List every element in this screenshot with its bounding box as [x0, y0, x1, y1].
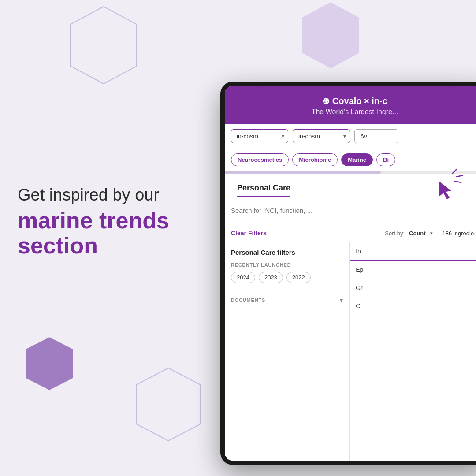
recently-launched-label: RECENTLY LAUNCHED: [231, 262, 343, 268]
result-item-3[interactable]: Gr: [350, 279, 476, 297]
filter-dropdown-3-label: Av: [360, 133, 367, 140]
svg-line-6: [454, 181, 461, 182]
sort-value: Count: [409, 230, 426, 237]
svg-line-5: [457, 175, 463, 177]
sort-chevron-icon[interactable]: ▾: [430, 231, 433, 236]
two-column-layout: Personal Care filters RECENTLY LAUNCHED …: [225, 242, 476, 461]
filter-bar: in-cosm... ▾ in-cosm... ▾ Av: [225, 124, 476, 149]
year-pills: 2024 2023 2022: [231, 272, 343, 283]
pill-microbiome[interactable]: Microbiome: [292, 153, 338, 166]
filters-panel-title: Personal Care filters: [231, 249, 343, 256]
result-item-1[interactable]: In: [350, 242, 476, 261]
pill-bi[interactable]: Bi: [376, 153, 395, 166]
year-pill-2022[interactable]: 2022: [286, 272, 311, 283]
hex-top-left: [68, 4, 139, 86]
filter-dropdown-1-arrow: ▾: [282, 133, 284, 139]
device-mockup: ⊕ Covalo × in-c The World's Largest Ingr…: [220, 82, 476, 465]
pill-marine[interactable]: Marine: [341, 153, 373, 166]
app-subtitle: The World's Largest Ingre...: [234, 108, 476, 116]
filter-dropdown-2-label: in-cosm...: [298, 133, 325, 140]
year-pill-2023[interactable]: 2023: [259, 272, 283, 283]
filter-dropdown-2-arrow: ▾: [343, 133, 346, 139]
svg-marker-7: [439, 181, 451, 199]
filter-dropdown-3[interactable]: Av: [354, 129, 398, 143]
clear-filters-button[interactable]: Clear Filters: [231, 230, 267, 237]
hex-bottom-left: [24, 335, 75, 392]
result-item-4[interactable]: Cl: [350, 297, 476, 315]
svg-marker-0: [71, 7, 137, 84]
svg-marker-2: [26, 337, 73, 390]
results-count: 186 ingredie...: [443, 230, 476, 237]
filter-dropdown-1-label: in-cosm...: [237, 133, 264, 140]
results-toolbar: Clear Filters Sort by: Count ▾ 186 ingre…: [225, 224, 476, 242]
svg-marker-1: [302, 2, 359, 68]
marine-trends-text: marine trends section: [18, 208, 207, 258]
sort-by-label: Sort by:: [385, 230, 405, 237]
left-content-area: Get inspired by our marine trends sectio…: [18, 185, 207, 258]
documents-label: DOCUMENTS: [231, 298, 265, 303]
hex-top-right: [300, 0, 361, 71]
svg-line-4: [452, 169, 457, 174]
documents-chevron-icon[interactable]: ▾: [340, 297, 343, 304]
filter-dropdown-1[interactable]: in-cosm... ▾: [231, 129, 288, 143]
search-area: Personal Care: [225, 174, 476, 197]
svg-marker-3: [136, 368, 201, 441]
device-screen: ⊕ Covalo × in-c The World's Largest Ingr…: [225, 86, 476, 461]
results-panel: In Ep Gr Cl: [350, 242, 476, 461]
documents-section: DOCUMENTS ▾: [231, 290, 343, 304]
hex-bottom-center: [134, 366, 203, 443]
main-content: Clear Filters Sort by: Count ▾ 186 ingre…: [225, 224, 476, 461]
app-header: ⊕ Covalo × in-c The World's Largest Ingr…: [225, 86, 476, 124]
cursor-icon: [426, 166, 465, 205]
filter-dropdown-2[interactable]: in-cosm... ▾: [293, 129, 350, 143]
year-pill-2024[interactable]: 2024: [231, 272, 255, 283]
filters-panel: Personal Care filters RECENTLY LAUNCHED …: [225, 242, 350, 461]
pill-neurocosmetics[interactable]: Neurocosmetics: [231, 153, 289, 166]
cursor-container: [426, 166, 465, 207]
app-logo: ⊕ Covalo × in-c: [234, 96, 476, 106]
inspired-text: Get inspired by our: [18, 185, 207, 205]
category-label: Personal Care: [237, 183, 290, 197]
result-item-2[interactable]: Ep: [350, 261, 476, 279]
